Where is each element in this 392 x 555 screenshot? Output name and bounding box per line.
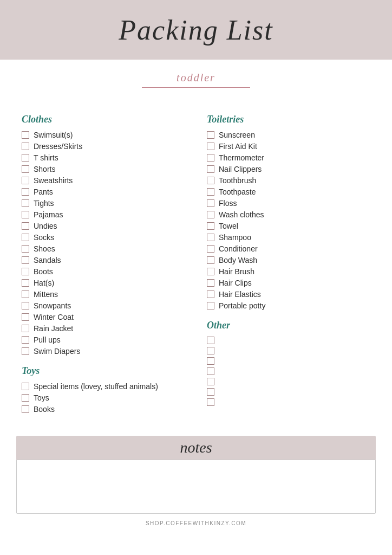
list-item: Body Wash [207, 256, 370, 264]
list-item: Portable potty [207, 301, 370, 310]
checkbox[interactable] [22, 279, 29, 287]
list-item: Dresses/Skirts [22, 142, 185, 151]
checkbox[interactable] [207, 188, 214, 196]
list-item: Hair Brush [207, 267, 370, 276]
notes-body[interactable] [16, 460, 376, 514]
list-item: Conditioner [207, 244, 370, 253]
list-item: Towel [207, 222, 370, 230]
subtitle-section: toddler [0, 60, 392, 93]
notes-label: notes [180, 439, 212, 456]
checkbox[interactable] [207, 302, 214, 309]
checkbox[interactable] [207, 211, 214, 218]
list-item: Toothbrush [207, 176, 370, 185]
list-item: Pants [22, 188, 185, 196]
checkbox[interactable] [22, 291, 29, 298]
list-item: Sunscreen [207, 131, 370, 139]
list-item: Shorts [22, 165, 185, 173]
list-item: Boots [22, 267, 185, 276]
checkbox[interactable] [207, 378, 214, 385]
list-item [207, 378, 370, 385]
checkbox[interactable] [22, 405, 29, 413]
checkbox[interactable] [22, 383, 29, 390]
checkbox[interactable] [22, 222, 29, 230]
checkbox[interactable] [22, 199, 29, 207]
checkbox[interactable] [207, 234, 214, 241]
checkbox[interactable] [207, 398, 214, 406]
list-item: Hat(s) [22, 279, 185, 287]
toiletries-list: Sunscreen First Aid Kit Thermometer Nail… [207, 131, 370, 310]
list-item: Sandals [22, 256, 185, 264]
subtitle-divider [142, 87, 250, 88]
checkbox[interactable] [22, 313, 29, 321]
checkbox[interactable] [22, 188, 29, 196]
list-item: Socks [22, 233, 185, 242]
checkbox[interactable] [207, 388, 214, 396]
toys-list: Special items (lovey, stuffed animals) T… [22, 382, 185, 414]
checkbox[interactable] [22, 347, 29, 355]
list-item: Pajamas [22, 210, 185, 219]
checkbox[interactable] [207, 245, 214, 253]
checkbox[interactable] [22, 302, 29, 309]
list-item: Floss [207, 199, 370, 208]
list-item: Swimsuit(s) [22, 131, 185, 139]
checkbox[interactable] [207, 177, 214, 184]
list-item: Toys [22, 393, 185, 402]
list-item [207, 347, 370, 354]
list-item: Books [22, 405, 185, 414]
right-column: Toiletries Sunscreen First Aid Kit Therm… [196, 104, 370, 416]
checkbox[interactable] [207, 347, 214, 354]
checkbox[interactable] [207, 199, 214, 207]
list-item: Wash clothes [207, 210, 370, 219]
checkbox[interactable] [22, 268, 29, 275]
checkbox[interactable] [207, 222, 214, 230]
main-content: Clothes Swimsuit(s) Dresses/Skirts T shi… [0, 93, 392, 427]
subtitle-label: toddler [0, 72, 392, 84]
list-item: Undies [22, 222, 185, 230]
checkbox[interactable] [207, 165, 214, 173]
checkbox[interactable] [22, 234, 29, 241]
checkbox[interactable] [22, 256, 29, 264]
checkbox[interactable] [22, 336, 29, 344]
list-item: Tights [22, 199, 185, 208]
checkbox[interactable] [207, 256, 214, 264]
list-item: Hair Clips [207, 279, 370, 287]
other-section-title: Other [207, 320, 370, 331]
checkbox[interactable] [207, 154, 214, 162]
toys-section-title: Toys [22, 365, 185, 377]
checkbox[interactable] [22, 154, 29, 162]
list-item: Shampoo [207, 233, 370, 242]
notes-header: notes [16, 436, 376, 460]
page-title: Packing List [119, 14, 273, 46]
list-item: Toothpaste [207, 188, 370, 196]
list-item: Special items (lovey, stuffed animals) [22, 382, 185, 391]
list-item: T shirts [22, 153, 185, 162]
list-item: Winter Coat [22, 313, 185, 321]
list-item: Rain Jacket [22, 324, 185, 333]
checkbox[interactable] [207, 279, 214, 287]
checkbox[interactable] [207, 337, 214, 344]
checkbox[interactable] [22, 143, 29, 150]
checkbox[interactable] [207, 367, 214, 375]
footer-text: SHOP.COFFEEWITHKINZY.COM [146, 520, 246, 526]
list-item: Mittens [22, 290, 185, 299]
left-column: Clothes Swimsuit(s) Dresses/Skirts T shi… [22, 104, 196, 416]
header: Packing List [0, 0, 392, 60]
checkbox[interactable] [207, 268, 214, 275]
checkbox[interactable] [207, 291, 214, 298]
checkbox[interactable] [22, 165, 29, 173]
checkbox[interactable] [22, 177, 29, 184]
list-item [207, 357, 370, 365]
checkbox[interactable] [207, 131, 214, 139]
other-list [207, 337, 370, 406]
list-item [207, 337, 370, 344]
checkbox[interactable] [22, 394, 29, 402]
list-item [207, 398, 370, 406]
checkbox[interactable] [22, 245, 29, 253]
checkbox[interactable] [22, 211, 29, 218]
checkbox[interactable] [207, 357, 214, 365]
list-item: Sweatshirts [22, 176, 185, 185]
checkbox[interactable] [22, 325, 29, 332]
checkbox[interactable] [22, 131, 29, 139]
list-item: Nail Clippers [207, 165, 370, 173]
checkbox[interactable] [207, 143, 214, 150]
